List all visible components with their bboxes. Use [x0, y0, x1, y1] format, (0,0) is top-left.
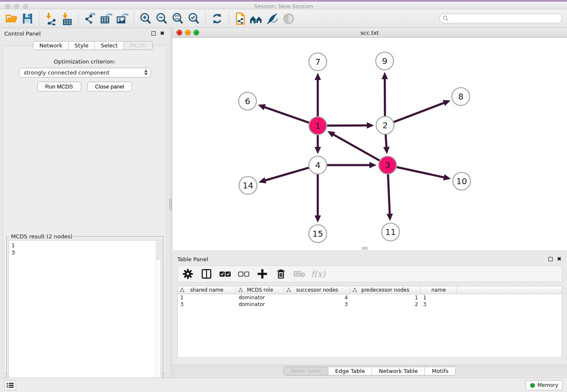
- graph-edge-2-3[interactable]: [385, 134, 386, 147]
- graph-node-label: 10: [456, 176, 467, 186]
- network-canvas[interactable]: 1234678910111415: [172, 38, 565, 250]
- tab-node-table[interactable]: Node Table: [284, 367, 328, 375]
- delete-column-button[interactable]: [275, 268, 287, 280]
- zoom-selected-button[interactable]: [186, 11, 201, 26]
- import-network-button[interactable]: [43, 11, 58, 26]
- table-tabbar: Node Table Edge Table Network Table Moti…: [172, 365, 567, 376]
- new-network-from-selection-button[interactable]: [233, 11, 248, 26]
- cell-name[interactable]: 3: [421, 301, 457, 307]
- graph-node-7[interactable]: 7: [309, 53, 327, 71]
- export-image-button[interactable]: [115, 11, 130, 26]
- export-network-button[interactable]: [83, 11, 98, 26]
- cell-shared-name[interactable]: 3: [178, 301, 236, 307]
- graph-node-11[interactable]: 11: [382, 223, 399, 241]
- column-header-successor-nodes[interactable]: successor nodes: [284, 286, 350, 294]
- horizontal-splitter[interactable]: [172, 250, 567, 254]
- cell-mcds-role[interactable]: dominator: [236, 301, 284, 307]
- column-view-button[interactable]: [201, 268, 212, 280]
- run-mcds-button[interactable]: Run MCDS: [37, 82, 81, 91]
- graph-edge-1-2[interactable]: [327, 125, 367, 126]
- graph-node-4[interactable]: 4: [309, 156, 327, 174]
- graph-node-9[interactable]: 9: [376, 52, 394, 70]
- graph-edge-2-8[interactable]: [394, 103, 444, 122]
- delete-column-icon: [275, 268, 286, 279]
- tab-network-table[interactable]: Network Table: [372, 367, 425, 375]
- cell-predecessor-nodes[interactable]: 1: [350, 295, 421, 301]
- delete-table-button[interactable]: [294, 268, 306, 280]
- table-panel-close-button[interactable]: ✖: [556, 257, 562, 262]
- column-header-predecessor-nodes[interactable]: predecessor nodes: [350, 286, 421, 294]
- table-toolbar: f(x): [177, 265, 562, 282]
- zoom-in-button[interactable]: [138, 11, 153, 26]
- graph-node-2[interactable]: 2: [376, 116, 394, 134]
- memory-button[interactable]: Memory: [526, 380, 563, 390]
- cell-successor-nodes[interactable]: 3: [284, 301, 350, 307]
- column-header-shared-name[interactable]: shared name: [178, 286, 236, 294]
- tab-style[interactable]: Style: [69, 41, 95, 50]
- cell-successor-nodes[interactable]: 4: [284, 295, 350, 301]
- column-header-name[interactable]: name: [421, 286, 457, 294]
- tab-network[interactable]: Network: [33, 41, 69, 50]
- add-column-icon: [257, 268, 268, 279]
- gear-button[interactable]: [182, 268, 194, 280]
- column-header-mcds-role[interactable]: MCDS role: [236, 286, 284, 294]
- export-table-button[interactable]: [99, 11, 114, 26]
- graph-node-10[interactable]: 10: [453, 172, 471, 190]
- function-builder-button[interactable]: f(x): [312, 268, 324, 280]
- task-history-button[interactable]: [4, 380, 16, 390]
- toolbar-separator: [205, 12, 206, 25]
- save-session-button[interactable]: [20, 11, 35, 26]
- graph-edge-1-6[interactable]: [264, 107, 310, 123]
- canvas-resize-grip[interactable]: [362, 247, 368, 250]
- mcds-result-list[interactable]: 1 3: [8, 240, 161, 392]
- graph-node-1[interactable]: 1: [309, 117, 327, 135]
- cell-shared-name[interactable]: 1: [178, 295, 236, 301]
- zoom-fit-button[interactable]: [170, 11, 185, 26]
- tab-motifs[interactable]: Motifs: [425, 367, 455, 375]
- network-graph[interactable]: 1234678910111415: [172, 38, 565, 250]
- tab-edge-table[interactable]: Edge Table: [328, 367, 372, 375]
- import-table-button[interactable]: [59, 11, 74, 26]
- cell-name[interactable]: 1: [421, 295, 457, 301]
- graph-edge-4-14[interactable]: [265, 168, 309, 180]
- graph-node-8[interactable]: 8: [452, 88, 470, 105]
- graph-node-14[interactable]: 14: [239, 177, 257, 194]
- zoom-out-button[interactable]: [154, 11, 169, 26]
- first-neighbors-button[interactable]: [249, 11, 264, 26]
- control-panel-close-button[interactable]: ✖: [160, 31, 165, 36]
- graph-node-6[interactable]: 6: [239, 92, 256, 110]
- table-scrollbar[interactable]: [177, 358, 562, 364]
- control-panel-float-button[interactable]: [151, 31, 156, 36]
- optimization-criterion-select[interactable]: strongly connected component: [19, 68, 151, 77]
- graph-edge-3-10[interactable]: [396, 167, 444, 177]
- show-style-button[interactable]: [265, 11, 280, 26]
- select-all-button[interactable]: [219, 268, 231, 280]
- table-row[interactable]: 1 dominator 4 1 1: [178, 294, 562, 301]
- network-window: × − + scc.txt 1234678910111415: [172, 28, 567, 250]
- graph-node-15[interactable]: 15: [309, 225, 327, 243]
- open-session-button[interactable]: [4, 11, 19, 26]
- close-panel-button[interactable]: Close panel: [87, 82, 132, 91]
- apply-layout-button[interactable]: [209, 11, 225, 26]
- result-scrollbar[interactable]: [155, 240, 161, 392]
- graph-edge-3-1[interactable]: [333, 135, 380, 161]
- add-column-button[interactable]: [256, 268, 268, 280]
- graph-node-label: 14: [242, 180, 253, 190]
- table-panel-float-button[interactable]: [548, 257, 553, 262]
- graph-node-3[interactable]: 3: [379, 156, 396, 174]
- tab-select[interactable]: Select: [95, 41, 124, 50]
- search-input[interactable]: [439, 14, 562, 23]
- graph-edge-3-11[interactable]: [388, 174, 390, 214]
- cell-predecessor-nodes[interactable]: 2: [350, 301, 421, 307]
- float-icon: [151, 31, 156, 36]
- zoom-out-icon: [155, 12, 168, 25]
- tab-mcds[interactable]: MCDS: [124, 41, 152, 50]
- mcds-buttons: Run MCDS Close panel: [3, 82, 166, 91]
- graphics-details-button[interactable]: [281, 11, 296, 26]
- graph-node-label: 11: [385, 227, 396, 237]
- cell-mcds-role[interactable]: dominator: [236, 295, 284, 301]
- table-row[interactable]: 3 dominator 3 2 3: [178, 301, 562, 308]
- graph-edge-2-9[interactable]: [385, 79, 385, 116]
- deselect-all-button[interactable]: [238, 268, 250, 280]
- search-icon: [443, 15, 449, 22]
